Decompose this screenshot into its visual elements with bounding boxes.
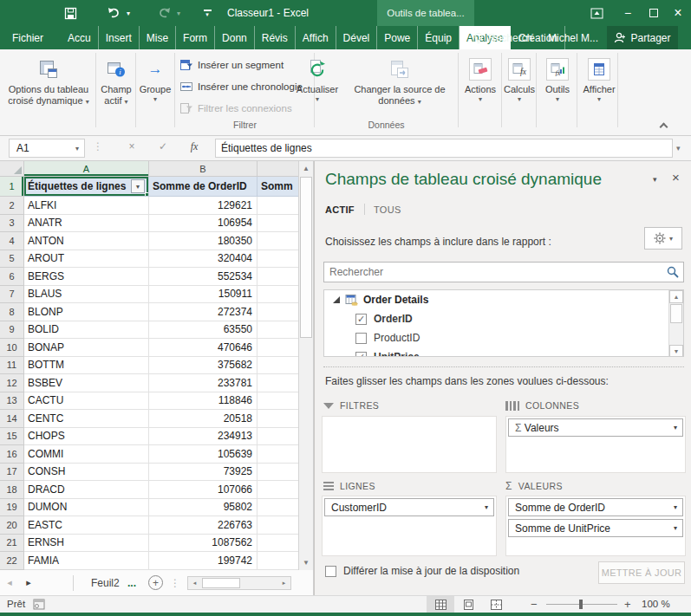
value-cell[interactable]: 107066 <box>149 481 257 499</box>
customer-cell[interactable]: ANTON <box>24 232 149 250</box>
checkbox-checked[interactable]: ✓ <box>355 352 367 358</box>
partial-cell[interactable] <box>257 481 298 499</box>
horizontal-scroll-thumb[interactable] <box>202 578 240 588</box>
value-cell[interactable]: 375682 <box>149 357 257 375</box>
pill-somme-unitprice[interactable]: Somme de UnitPrice ▾ <box>508 519 683 537</box>
calculations-button[interactable]: fx Calculs ▾ <box>503 52 536 103</box>
partial-cell[interactable] <box>257 250 298 269</box>
row-header-1[interactable]: 1 <box>0 177 24 197</box>
field-list-scrollbar[interactable]: ▲ ▼ <box>668 290 683 357</box>
actions-button[interactable]: Actions ▾ <box>461 52 499 103</box>
scroll-thumb[interactable] <box>670 304 682 323</box>
cancel-button[interactable]: × <box>123 140 140 152</box>
customize-qat-button[interactable]: ▾ <box>198 4 217 22</box>
tab-insertion[interactable]: Insert <box>99 26 140 49</box>
row-header[interactable]: 19 <box>0 499 24 517</box>
defer-checkbox[interactable] <box>325 566 336 577</box>
field-item-orderid[interactable]: ✓ OrderID <box>324 309 683 328</box>
customer-cell[interactable]: DRACD <box>24 481 149 499</box>
expand-formula-bar-icon[interactable]: ▾ <box>676 144 681 152</box>
partial-cell[interactable] <box>257 339 298 357</box>
value-cell[interactable]: 105639 <box>149 445 257 464</box>
partial-cell[interactable] <box>257 552 298 570</box>
redo-button[interactable] <box>154 4 173 22</box>
customer-cell[interactable]: EASTC <box>24 516 149 535</box>
customer-cell[interactable]: DUMON <box>24 499 149 517</box>
row-header[interactable]: 10 <box>0 339 24 357</box>
row-header[interactable]: 4 <box>0 232 24 250</box>
checkbox-checked[interactable]: ✓ <box>355 314 367 325</box>
row-header[interactable]: 3 <box>0 215 24 233</box>
active-field-button[interactable]: i Champ actif ▾ <box>97 52 135 107</box>
customer-cell[interactable]: CENTC <box>24 410 149 428</box>
chevron-down-icon[interactable]: ▾ <box>674 524 677 532</box>
row-header[interactable]: 9 <box>0 321 24 340</box>
cell-a1-selected[interactable]: Étiquettes de lignes ▼ <box>24 177 149 197</box>
add-sheet-button[interactable]: + <box>148 575 163 590</box>
more-sheets[interactable]: ... <box>127 577 136 589</box>
partial-cell[interactable] <box>257 232 298 250</box>
search-icon[interactable] <box>667 266 679 278</box>
scroll-down-icon[interactable]: ▼ <box>299 555 313 570</box>
zoom-level[interactable]: 100 % <box>642 599 670 609</box>
show-button[interactable]: Afficher ▾ <box>579 52 619 103</box>
partial-cell[interactable] <box>257 197 298 215</box>
tab-mise-en-page[interactable]: Mise <box>140 26 176 49</box>
name-box-caret-icon[interactable]: ▾ <box>75 145 79 152</box>
customer-cell[interactable]: BERGS <box>24 268 149 286</box>
value-cell[interactable]: 63550 <box>149 321 257 340</box>
row-header[interactable]: 15 <box>0 428 24 446</box>
customer-cell[interactable]: CONSH <box>24 464 149 482</box>
columns-zone[interactable]: Σ Valeurs ▾ <box>505 416 686 473</box>
partial-cell[interactable] <box>257 357 298 375</box>
partial-cell[interactable] <box>257 445 298 464</box>
rows-zone[interactable]: CustomerID ▾ <box>322 496 497 556</box>
pill-values[interactable]: Σ Valeurs ▾ <box>508 418 683 437</box>
tab-affichage[interactable]: Affich <box>296 26 336 49</box>
group-button[interactable]: → Groupe ▾ <box>137 52 173 103</box>
zoom-slider-thumb[interactable] <box>579 600 583 609</box>
customer-cell[interactable]: BSBEV <box>24 374 149 392</box>
page-layout-view-button[interactable] <box>454 596 482 613</box>
tell-me-button[interactable]: Recherch <box>473 26 532 49</box>
filter-dropdown-button[interactable]: ▼ <box>131 179 145 193</box>
tab-accueil[interactable]: Accu <box>61 26 99 49</box>
value-cell[interactable]: 95802 <box>149 499 257 517</box>
customer-cell[interactable]: AROUT <box>24 250 149 269</box>
enter-button[interactable]: ✓ <box>154 140 172 152</box>
row-header[interactable]: 22 <box>0 552 24 570</box>
share-button[interactable]: Partager <box>607 26 678 49</box>
value-cell[interactable]: 180350 <box>149 232 257 250</box>
row-header[interactable]: 21 <box>0 535 24 553</box>
tab-actif[interactable]: ACTIF <box>325 204 355 215</box>
cell-b1[interactable]: Somme de OrderID <box>149 177 257 197</box>
undo-caret-icon[interactable]: ▾ <box>127 10 130 17</box>
row-header[interactable]: 18 <box>0 481 24 499</box>
row-header[interactable]: 11 <box>0 357 24 375</box>
column-header-b[interactable]: B <box>149 161 257 177</box>
partial-cell[interactable] <box>257 374 298 392</box>
partial-cell[interactable] <box>257 410 298 428</box>
tools-dropdown-button[interactable]: ▾ <box>644 227 682 250</box>
customer-cell[interactable]: ERNSH <box>24 535 149 553</box>
zoom-out-button[interactable]: − <box>531 598 538 611</box>
sheet-tab[interactable]: Feuil2 <box>91 577 122 589</box>
name-box[interactable]: A1 ▾ <box>9 139 85 158</box>
partial-cell[interactable] <box>257 321 298 340</box>
partial-cell[interactable] <box>257 392 298 411</box>
filters-zone[interactable] <box>322 416 497 473</box>
customer-cell[interactable]: BONAP <box>24 339 149 357</box>
pane-options-caret-icon[interactable]: ▾ <box>653 175 657 184</box>
formula-input[interactable]: Étiquettes de lignes <box>215 139 673 158</box>
row-header[interactable]: 14 <box>0 410 24 428</box>
row-header[interactable]: 8 <box>0 303 24 321</box>
value-cell[interactable]: 1087562 <box>149 535 257 553</box>
insert-timeline-button[interactable]: Insérer une chronologie <box>179 76 311 96</box>
scroll-down-icon[interactable]: ▼ <box>669 345 683 357</box>
undo-button[interactable] <box>104 4 123 22</box>
value-cell[interactable]: 234913 <box>149 428 257 446</box>
tab-fichier[interactable]: Fichier <box>0 26 55 49</box>
pill-somme-orderid[interactable]: Somme de OrderID ▾ <box>508 498 683 516</box>
scroll-left-icon[interactable]: ◂ <box>188 577 201 589</box>
formula-grip-icon[interactable]: ⋮ <box>90 140 108 152</box>
